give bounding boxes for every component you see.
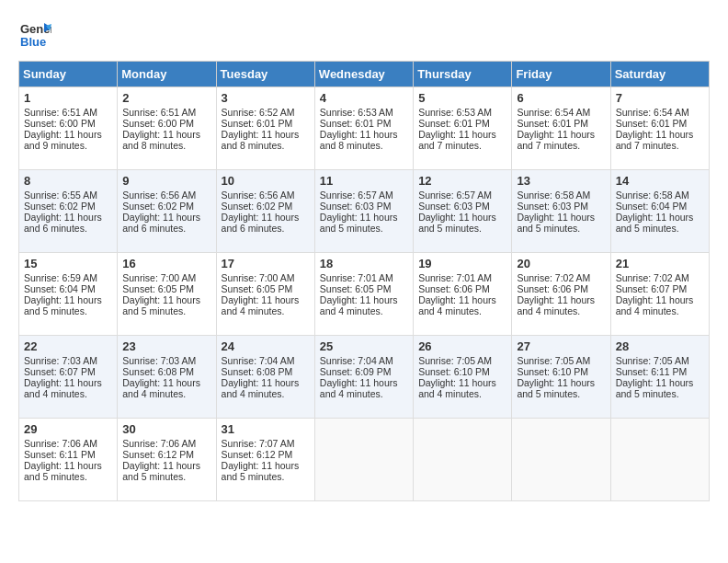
day-number: 9	[122, 174, 210, 188]
day-info-line: Sunset: 6:01 PM	[517, 118, 605, 129]
day-info-line: and 5 minutes.	[616, 223, 704, 234]
calendar-cell: 25Sunrise: 7:04 AMSunset: 6:09 PMDayligh…	[314, 336, 413, 419]
calendar-cell: 13Sunrise: 6:58 AMSunset: 6:03 PMDayligh…	[512, 170, 610, 253]
day-info-line: Sunrise: 6:51 AM	[122, 107, 210, 118]
day-info-line: and 5 minutes.	[418, 223, 506, 234]
day-info-line: Sunrise: 6:58 AM	[517, 190, 605, 201]
day-info-line: Sunset: 6:00 PM	[24, 118, 112, 129]
calendar-cell: 22Sunrise: 7:03 AMSunset: 6:07 PMDayligh…	[19, 336, 118, 419]
day-info-line: Sunrise: 6:58 AM	[616, 190, 704, 201]
day-info-line: and 6 minutes.	[222, 223, 310, 234]
day-info-line: Daylight: 11 hours	[517, 377, 605, 388]
day-info-line: and 4 minutes.	[616, 305, 704, 316]
calendar-cell: 2Sunrise: 6:51 AMSunset: 6:00 PMDaylight…	[118, 87, 216, 170]
day-info-line: and 4 minutes.	[418, 305, 506, 316]
day-info-line: Sunrise: 7:02 AM	[616, 272, 704, 283]
calendar-cell: 3Sunrise: 6:52 AMSunset: 6:01 PMDaylight…	[216, 87, 314, 170]
calendar-cell: 26Sunrise: 7:05 AMSunset: 6:10 PMDayligh…	[414, 336, 512, 419]
day-info-line: Sunset: 6:11 PM	[24, 449, 112, 460]
day-info-line: Sunset: 6:06 PM	[517, 283, 605, 294]
day-info-line: Daylight: 11 hours	[616, 294, 704, 305]
day-info-line: Sunset: 6:02 PM	[222, 201, 310, 212]
day-info-line: Sunrise: 7:06 AM	[122, 438, 210, 449]
calendar-table: SundayMondayTuesdayWednesdayThursdayFrid…	[18, 61, 710, 501]
day-info-line: and 8 minutes.	[122, 140, 210, 151]
day-info-line: Daylight: 11 hours	[517, 294, 605, 305]
day-info-line: Daylight: 11 hours	[122, 294, 210, 305]
logo: General Blue	[18, 18, 51, 52]
day-number: 8	[24, 174, 112, 188]
day-number: 28	[616, 339, 704, 353]
day-number: 13	[517, 174, 605, 188]
day-info-line: Sunrise: 6:57 AM	[320, 190, 408, 201]
day-info-line: Sunrise: 7:03 AM	[122, 355, 210, 366]
day-info-line: Daylight: 11 hours	[320, 212, 408, 223]
day-info-line: and 5 minutes.	[222, 471, 310, 482]
day-info-line: Sunrise: 7:05 AM	[517, 355, 605, 366]
day-info-line: Sunset: 6:03 PM	[418, 201, 506, 212]
day-info-line: Sunset: 6:11 PM	[616, 366, 704, 377]
calendar-cell: 1Sunrise: 6:51 AMSunset: 6:00 PMDaylight…	[19, 87, 118, 170]
day-info-line: Daylight: 11 hours	[320, 129, 408, 140]
weekday-header-wednesday: Wednesday	[314, 62, 413, 87]
weekday-header-row: SundayMondayTuesdayWednesdayThursdayFrid…	[19, 62, 710, 87]
day-info-line: Sunrise: 6:59 AM	[24, 272, 112, 283]
day-info-line: Sunset: 6:05 PM	[320, 283, 408, 294]
svg-text:Blue: Blue	[20, 35, 46, 49]
day-info-line: and 4 minutes.	[222, 388, 310, 399]
day-number: 10	[222, 174, 310, 188]
calendar-cell: 9Sunrise: 6:56 AMSunset: 6:02 PMDaylight…	[118, 170, 216, 253]
day-info-line: Daylight: 11 hours	[616, 377, 704, 388]
day-number: 19	[418, 257, 506, 270]
day-number: 22	[24, 339, 112, 353]
day-info-line: and 4 minutes.	[122, 388, 210, 399]
calendar-cell: 27Sunrise: 7:05 AMSunset: 6:10 PMDayligh…	[512, 336, 610, 419]
day-number: 2	[122, 91, 210, 105]
weekday-header-friday: Friday	[512, 62, 610, 87]
day-info-line: and 4 minutes.	[418, 388, 506, 399]
day-info-line: Sunrise: 6:54 AM	[616, 107, 704, 118]
day-info-line: Daylight: 11 hours	[24, 294, 112, 305]
day-info-line: Sunset: 6:01 PM	[418, 118, 506, 129]
day-info-line: Daylight: 11 hours	[418, 129, 506, 140]
day-info-line: Sunrise: 6:55 AM	[24, 190, 112, 201]
day-info-line: and 5 minutes.	[122, 471, 210, 482]
day-info-line: Sunset: 6:06 PM	[418, 283, 506, 294]
day-number: 30	[122, 422, 210, 436]
day-info-line: and 4 minutes.	[320, 388, 408, 399]
day-info-line: Daylight: 11 hours	[24, 377, 112, 388]
day-info-line: and 4 minutes.	[320, 305, 408, 316]
day-info-line: Sunrise: 6:53 AM	[418, 107, 506, 118]
day-info-line: Daylight: 11 hours	[122, 377, 210, 388]
calendar-week-5: 29Sunrise: 7:06 AMSunset: 6:11 PMDayligh…	[19, 419, 710, 501]
day-info-line: Sunrise: 7:01 AM	[320, 272, 408, 283]
day-info-line: Sunset: 6:01 PM	[616, 118, 704, 129]
day-info-line: Sunrise: 7:06 AM	[24, 438, 112, 449]
calendar-week-4: 22Sunrise: 7:03 AMSunset: 6:07 PMDayligh…	[19, 336, 710, 419]
day-info-line: Sunset: 6:07 PM	[616, 283, 704, 294]
day-info-line: and 5 minutes.	[24, 471, 112, 482]
day-info-line: Sunset: 6:09 PM	[320, 366, 408, 377]
day-info-line: Daylight: 11 hours	[122, 212, 210, 223]
day-info-line: Sunset: 6:08 PM	[222, 366, 310, 377]
day-info-line: Sunset: 6:05 PM	[222, 283, 310, 294]
calendar-cell: 7Sunrise: 6:54 AMSunset: 6:01 PMDaylight…	[610, 87, 709, 170]
day-number: 24	[222, 339, 310, 353]
day-info-line: Sunrise: 7:01 AM	[418, 272, 506, 283]
day-info-line: Daylight: 11 hours	[418, 212, 506, 223]
day-info-line: Sunset: 6:04 PM	[24, 283, 112, 294]
day-info-line: and 4 minutes.	[222, 305, 310, 316]
day-info-line: Sunrise: 7:00 AM	[222, 272, 310, 283]
day-info-line: and 7 minutes.	[418, 140, 506, 151]
day-info-line: Sunset: 6:08 PM	[122, 366, 210, 377]
calendar-cell: 6Sunrise: 6:54 AMSunset: 6:01 PMDaylight…	[512, 87, 610, 170]
day-info-line: Daylight: 11 hours	[222, 377, 310, 388]
day-number: 16	[122, 257, 210, 270]
day-info-line: and 7 minutes.	[517, 140, 605, 151]
calendar-cell: 31Sunrise: 7:07 AMSunset: 6:12 PMDayligh…	[216, 419, 314, 501]
day-number: 5	[418, 91, 506, 105]
day-number: 21	[616, 257, 704, 270]
day-info-line: Daylight: 11 hours	[122, 129, 210, 140]
day-info-line: and 6 minutes.	[122, 223, 210, 234]
day-info-line: Daylight: 11 hours	[24, 212, 112, 223]
